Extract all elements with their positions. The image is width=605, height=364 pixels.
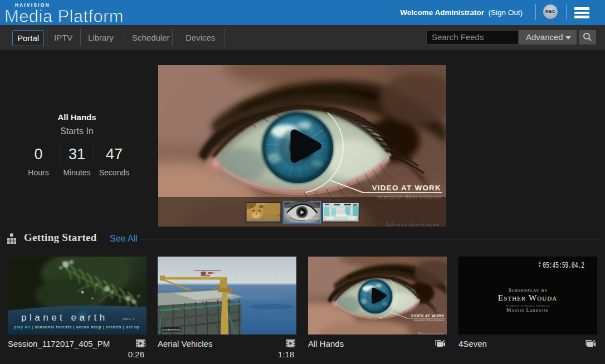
svg-text:VIDEO AT WORK: VIDEO AT WORK — [305, 218, 320, 220]
svg-text:DISC 4: DISC 4 — [123, 317, 135, 321]
svg-text:VIDEO AT WORK: VIDEO AT WORK — [372, 184, 441, 192]
svg-text:Screenplay by: Screenplay by — [509, 287, 548, 293]
svg-text:05:45:59.04.2: 05:45:59.04.2 — [543, 260, 584, 270]
svg-text:planet earth: planet earth — [21, 312, 108, 323]
svg-text:play all | seasonal forests: play all | seasonal forests | ocean deep… — [14, 325, 140, 329]
svg-text:Esther Wouda: Esther Wouda — [498, 293, 557, 302]
svg-text:OCEANEERING: OCEANEERING — [162, 328, 181, 331]
svg-text:Martin Lodewijk: Martin Lodewijk — [506, 307, 548, 313]
